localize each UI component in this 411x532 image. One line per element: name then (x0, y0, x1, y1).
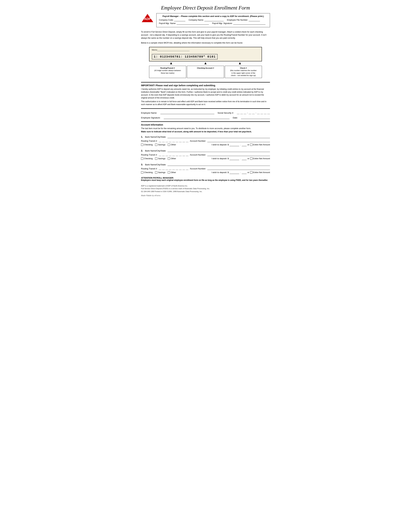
entry2-deposit-label: I wish to deposit: $ (211, 157, 229, 160)
entry3-routing-pattern: __ __ __ __ __ __ __ __ __ (159, 167, 189, 170)
account-section-desc: The last item must be for the remaining … (141, 127, 270, 130)
entry1-deposit-amount[interactable] (229, 143, 239, 146)
employee-sig-input[interactable] (164, 116, 229, 119)
entry3-checking-cb[interactable]: Checking (141, 171, 153, 174)
arrow-checking: ▲ (204, 61, 207, 65)
date-input[interactable] (241, 116, 270, 119)
important-text1: I hereby authorize ADP to deposit any am… (141, 88, 270, 99)
entry3-other-cb[interactable]: Other (168, 171, 176, 174)
entry3-entire-net-cb[interactable]: Entire Net Amount (250, 171, 270, 174)
entry2-deposit-cents[interactable] (242, 157, 247, 160)
entry2-entire-net-checkbox[interactable] (250, 157, 252, 160)
entry2-savings-checkbox[interactable] (155, 157, 157, 160)
entry2-bank-input[interactable] (167, 149, 270, 152)
adp-logo: ADP (141, 13, 154, 23)
company-code-field: Company Code: (159, 19, 185, 21)
employee-file-label: Employee File Number: (227, 19, 248, 21)
entry3-checking-checkbox[interactable] (141, 171, 143, 174)
entry3-savings-cb[interactable]: Savings (155, 171, 165, 174)
account-entry-3: 3. Bank Name/City/State: Routing Transit… (141, 163, 270, 174)
entry2-checking-checkbox[interactable] (141, 157, 143, 160)
arrow-check-num: ▲ (238, 61, 242, 65)
entry3-other-label: Other (171, 171, 176, 174)
entry2-checking-label: Checking (144, 157, 153, 160)
payroll-sig-input[interactable] (233, 22, 266, 25)
employee-name-label: Employee Name: (141, 112, 157, 114)
entry2-deposit-amount[interactable] (229, 157, 239, 160)
entry1-routing-pattern: __ __ __ __ __ __ __ __ __ (159, 140, 189, 142)
entry1-bank-input[interactable] (167, 135, 270, 138)
entry2-decimal: . (240, 157, 241, 160)
entry3-checkbox-row: Checking Savings Other I wish to deposit… (141, 171, 270, 174)
ssn-pattern: __ __ __ - __ __ - __ __ __ __ (237, 112, 270, 114)
entry3-bank-input[interactable] (167, 163, 270, 166)
entry2-routing-label: Routing Transit #: (141, 154, 157, 156)
entry1-savings-cb[interactable]: Savings (155, 143, 165, 146)
page-title: Employee Direct Deposit Enrollment Form (141, 5, 270, 11)
entry3-entire-net-label: Entire Net Amount (253, 171, 270, 174)
entry1-bank-row: 1. Bank Name/City/State: (141, 135, 270, 138)
entry1-deposit-label: I wish to deposit: $ (211, 143, 229, 146)
entry2-other-checkbox[interactable] (168, 157, 170, 160)
employee-fields-section: Employee Name: Social Security #: __ __ … (141, 111, 270, 119)
entry3-entire-net-checkbox[interactable] (250, 171, 252, 174)
memo-label: Memo______________________________ (152, 49, 259, 51)
entry2-checking-cb[interactable]: Checking (141, 157, 153, 160)
entry3-other-checkbox[interactable] (168, 171, 170, 174)
entry2-bank-label: Bank Name/City/State: (145, 150, 166, 152)
entry2-entire-net-cb[interactable]: Entire Net Amount (250, 157, 270, 160)
entry1-checking-checkbox[interactable] (141, 144, 143, 146)
entry2-savings-cb[interactable]: Savings (155, 157, 165, 160)
entry3-deposit-amount[interactable] (229, 171, 239, 174)
entry1-account-input[interactable] (207, 139, 270, 142)
entry2-routing-pattern: __ __ __ __ __ __ __ __ __ (159, 154, 189, 156)
entry1-checking-cb[interactable]: Checking (141, 143, 153, 146)
payroll-mgr-input[interactable] (177, 22, 209, 25)
entry2-entire-net-label: Entire Net Amount (253, 157, 270, 160)
entry1-checkbox-row: Checking Savings Other I wish to deposit… (141, 143, 270, 146)
entry1-savings-checkbox[interactable] (155, 144, 157, 146)
company-code-input[interactable] (174, 19, 185, 21)
entry1-decimal: . (240, 143, 241, 146)
entry3-checking-label: Checking (144, 171, 153, 174)
info-box: Payroll Manager – Please complete this s… (156, 13, 270, 27)
account-section-bold-note: Make sure to indicate what kind of accou… (141, 131, 270, 133)
entry1-entire-net-cb[interactable]: Entire Net Amount (250, 143, 270, 146)
check-image: Memo______________________________ 1: 01… (149, 47, 262, 61)
micr-line: 1: 0123456781: 123456789" 0101 (152, 54, 218, 59)
entry1-checking-label: Checking (144, 143, 153, 146)
entry2-account-label: Account Number: (190, 154, 206, 156)
checking-account-label-box: Checking Account # (187, 66, 224, 78)
entry3-savings-checkbox[interactable] (155, 171, 157, 174)
entry1-routing-label: Routing Transit #: (141, 140, 157, 142)
entry3-account-label: Account Number: (190, 167, 206, 170)
payroll-sig-label: Payroll Mgr. Signature: (212, 22, 232, 25)
entry3-deposit-cents[interactable] (242, 171, 247, 174)
company-info-row: Company Code: Company Name: Employee Fil… (159, 19, 268, 21)
footer-line3: 02-184-049 10M Printed in USA ©1999, 199… (141, 190, 270, 193)
entry3-deposit-label: I wish to deposit: $ (211, 171, 229, 174)
header-section: ADP Payroll Manager – Please complete th… (141, 13, 270, 27)
entry1-other-checkbox[interactable] (168, 144, 170, 146)
entry3-account-input[interactable] (207, 167, 270, 170)
date-label: Date: (233, 116, 238, 119)
entry1-other-label: Other (171, 143, 176, 146)
attention-heading: ATTENTION PAYROLL MANAGER: (141, 177, 174, 179)
footer-line1: ADP is a registered trademark of ADP of … (141, 185, 270, 187)
check-diagram: Memo______________________________ 1: 01… (149, 47, 262, 78)
employee-name-input[interactable] (160, 111, 214, 114)
svg-text:ADP: ADP (144, 17, 151, 21)
entry1-routing-row: Routing Transit #: __ __ __ __ __ __ __ … (141, 139, 270, 142)
entry2-account-input[interactable] (207, 153, 270, 156)
entry3-bank-label: Bank Name/City/State: (145, 163, 166, 166)
company-name-input[interactable] (204, 19, 224, 21)
entry1-other-cb[interactable]: Other (168, 143, 176, 146)
account-entry-2: 2. Bank Name/City/State: Routing Transit… (141, 149, 270, 160)
entry1-deposit-cents[interactable] (242, 143, 247, 146)
entry1-entire-net-checkbox[interactable] (250, 144, 252, 146)
company-code-label: Company Code: (159, 19, 173, 21)
entry2-other-cb[interactable]: Other (168, 157, 176, 160)
entry2-checkbox-row: Checking Savings Other I wish to deposit… (141, 157, 270, 160)
employee-file-input[interactable] (249, 19, 260, 21)
attention-box: ATTENTION PAYROLL MANAGER: Employers mus… (141, 177, 270, 181)
